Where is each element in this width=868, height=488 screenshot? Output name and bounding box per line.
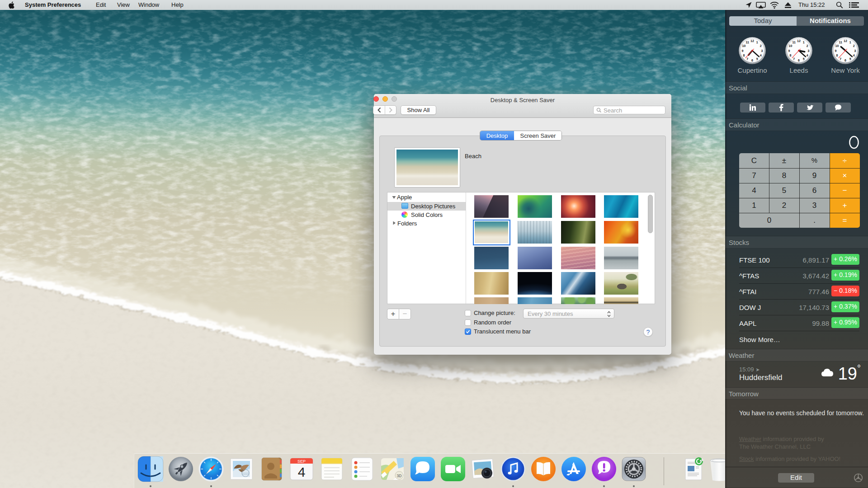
svg-text:2: 2 <box>760 44 762 47</box>
svg-text:6: 6 <box>798 59 800 62</box>
svg-text:2: 2 <box>853 44 855 47</box>
svg-text:2: 2 <box>807 44 808 47</box>
svg-text:5: 5 <box>756 57 758 61</box>
svg-text:7: 7 <box>746 57 748 61</box>
svg-text:5: 5 <box>803 57 805 61</box>
svg-text:10: 10 <box>789 44 793 47</box>
svg-text:SEP: SEP <box>297 459 306 464</box>
svg-text:8: 8 <box>789 54 791 57</box>
svg-text:6: 6 <box>844 59 846 62</box>
svg-text:9: 9 <box>835 49 837 52</box>
svg-text:1: 1 <box>849 41 851 44</box>
svg-text:12: 12 <box>750 39 754 42</box>
svg-text:3: 3 <box>808 49 810 52</box>
svg-text:12: 12 <box>844 39 847 42</box>
svg-text:10: 10 <box>835 44 839 47</box>
svg-text:7: 7 <box>840 57 841 61</box>
svg-text:6: 6 <box>751 59 753 62</box>
svg-text:4: 4 <box>807 54 808 57</box>
svg-text:4: 4 <box>298 465 306 479</box>
svg-text:11: 11 <box>839 41 842 44</box>
svg-text:1: 1 <box>756 41 758 44</box>
svg-text:4: 4 <box>853 54 855 57</box>
svg-text:12: 12 <box>797 39 801 42</box>
svg-text:11: 11 <box>745 41 749 44</box>
svg-text:8: 8 <box>743 54 745 57</box>
svg-text:11: 11 <box>792 41 796 44</box>
svg-text:3D: 3D <box>397 474 402 478</box>
svg-text:7: 7 <box>793 57 795 61</box>
svg-text:8: 8 <box>836 54 838 57</box>
svg-text:1: 1 <box>803 41 805 44</box>
svg-text:3: 3 <box>854 49 856 52</box>
svg-text:3: 3 <box>761 49 763 52</box>
svg-text:9: 9 <box>788 49 790 52</box>
svg-text:4: 4 <box>760 54 762 57</box>
svg-text:9: 9 <box>742 49 744 52</box>
svg-text:10: 10 <box>742 44 746 47</box>
svg-text:5: 5 <box>849 57 851 61</box>
